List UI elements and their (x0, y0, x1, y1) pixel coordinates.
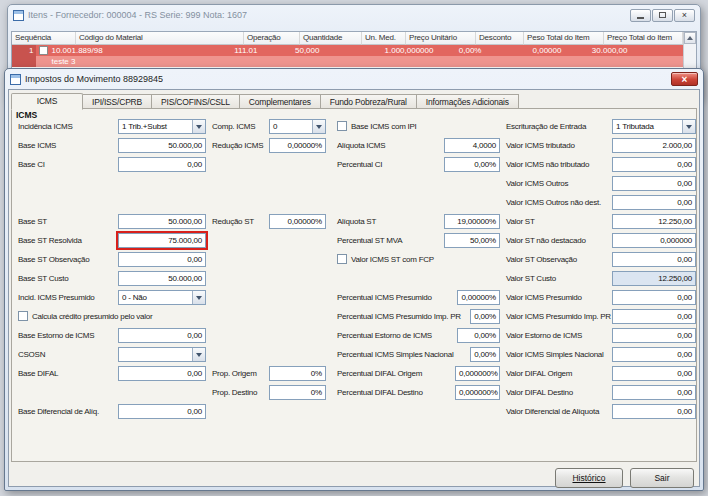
field-base-difal[interactable]: 0,00 (118, 366, 206, 381)
unit-cell (322, 45, 366, 67)
row-checkbox[interactable] (39, 46, 48, 55)
field-valor-icms-simples-nacional[interactable]: 0,00 (612, 347, 696, 362)
window-icon (13, 10, 24, 21)
dropdown-arrow-icon[interactable] (682, 120, 695, 133)
column-header-quantidade[interactable]: Quantidade (300, 32, 362, 45)
column-header-sequencia[interactable]: Sequência (12, 32, 76, 45)
checkbox-base-icms-com-ipi[interactable]: Base ICMS com IPI (337, 121, 417, 131)
field-valor-icms-tributado[interactable]: 2.000,00 (612, 138, 696, 153)
checkbox-box-icon[interactable] (18, 311, 28, 321)
select-incidencia-icms[interactable]: 1 Trib.+Subst (118, 119, 206, 134)
label-valor-st-custo: Valor ST Custo (506, 274, 556, 283)
select-incid-icms-presumido[interactable]: 0 - Não (118, 290, 206, 305)
checkbox-label: Calcula crédito presumido pelo valor (32, 312, 152, 321)
field-valor-diferencial-de-aliquota[interactable]: 0,00 (612, 404, 696, 419)
tax-dialog-titlebar[interactable]: Impostos do Movimento 88929845 × (8, 69, 700, 89)
label-valor-icms-presumido-imp-pr: Valor ICMS Presumido Imp. PR (506, 312, 611, 321)
field-base-st[interactable]: 50.000,00 (118, 214, 206, 229)
field-percentual-icms-presumido[interactable]: 0,00000% (457, 290, 500, 305)
tax-dialog: Impostos do Movimento 88929845 × ICMSIPI… (4, 68, 704, 491)
field-reducao-st[interactable]: 0,00000% (269, 214, 326, 229)
field-value: 0,00 (119, 255, 205, 264)
arrow-up-icon (687, 36, 693, 40)
field-valor-icms-outros-nao-dest[interactable]: 0,00 (612, 195, 696, 210)
field-value: 0,00 (613, 293, 695, 302)
select-comp-icms[interactable]: 0 (269, 119, 326, 134)
column-header-operacao[interactable]: Operação (244, 32, 300, 45)
minimize-button[interactable] (630, 9, 651, 22)
field-percentual-icms-simples-nacional[interactable]: 0,00% (470, 347, 500, 362)
field-valor-estorno-de-icms[interactable]: 0,00 (612, 328, 696, 343)
select-escrituracao-de-entrada[interactable]: 1 Tributada (612, 119, 696, 134)
tab-pis-cofins-csll[interactable]: PIS/COFINS/CSLL (152, 94, 240, 109)
dropdown-arrow-icon[interactable] (192, 120, 205, 133)
field-percentual-icms-presumido-imp-pr[interactable]: 0,00% (470, 309, 500, 324)
field-value: 0,00 (613, 160, 695, 169)
field-base-icms[interactable]: 50.000,00 (118, 138, 206, 153)
field-base-st-observacao[interactable]: 0,00 (118, 252, 206, 267)
field-reducao-icms[interactable]: 0,00000% (269, 138, 326, 153)
field-value: 0,00 (613, 331, 695, 340)
checkbox-box-icon[interactable] (337, 121, 347, 131)
checkbox-valor-icms-st-com-fcp[interactable]: Valor ICMS ST com FCP (337, 254, 434, 264)
checkbox-box-icon[interactable] (337, 254, 347, 264)
field-valor-st-observacao[interactable]: 0,00 (612, 252, 696, 267)
dropdown-arrow-icon[interactable] (312, 120, 325, 133)
tab-ipi-iss-cprb[interactable]: IPI/ISS/CPRB (83, 94, 152, 109)
tab-fundo-pobreza-rural[interactable]: Fundo Pobreza/Rural (321, 94, 417, 109)
field-value: 0,00 (613, 255, 695, 264)
select-csosn[interactable] (118, 347, 206, 362)
field-percentual-difal-origem[interactable]: 0,000000% (455, 366, 500, 381)
field-valor-difal-destino[interactable]: 0,00 (612, 385, 696, 400)
field-percentual-estorno-de-icms[interactable]: 0,00% (457, 328, 500, 343)
field-valor-st-custo[interactable]: 12.250,00 (612, 271, 696, 286)
field-base-diferencial-de-aliq[interactable]: 0,00 (118, 404, 206, 419)
field-valor-icms-outros[interactable]: 0,00 (612, 176, 696, 191)
checkbox-label: Base ICMS com IPI (351, 122, 417, 131)
tab-icms[interactable]: ICMS (11, 93, 83, 110)
field-value: 0,00% (471, 350, 499, 359)
column-header-un-med[interactable]: Un. Med. (362, 32, 406, 45)
field-base-st-resolvida[interactable]: 75.000,00 (118, 233, 206, 248)
close-icon: × (682, 74, 688, 85)
field-valor-icms-presumido-imp-pr[interactable]: 0,00 (612, 309, 696, 324)
field-valor-icms-presumido[interactable]: 0,00 (612, 290, 696, 305)
field-prop-destino[interactable]: 0% (269, 385, 326, 400)
items-window-titlebar[interactable]: Itens - Fornecedor: 000004 - RS Serie: 9… (11, 5, 697, 25)
column-header-codigo-do-material[interactable]: Código do Material (76, 32, 244, 45)
field-valor-st-nao-destacado[interactable]: 0,000000 (612, 233, 696, 248)
checkbox-calcula-credito-presumido-pelo-valor[interactable]: Calcula crédito presumido pelo valor (18, 311, 152, 321)
table-row[interactable]: 1 10.001.889/98 teste 3 111.01 50,000 1.… (12, 45, 696, 67)
field-base-st-custo[interactable]: 50.000,00 (118, 271, 206, 286)
historico-button[interactable]: Histórico (555, 468, 623, 488)
field-valor-icms-nao-tributado[interactable]: 0,00 (612, 157, 696, 172)
field-aliquota-st[interactable]: 19,00000% (444, 214, 500, 229)
field-base-estorno-de-icms[interactable]: 0,00 (118, 328, 206, 343)
sair-button[interactable]: Sair (630, 468, 694, 488)
column-header-preco-total-do-item[interactable]: Preço Total do Item (604, 32, 683, 45)
scroll-up-button[interactable] (684, 32, 696, 44)
tab-complementares[interactable]: Complementares (240, 94, 321, 109)
field-aliquota-icms[interactable]: 4,0000 (444, 138, 500, 153)
close-button[interactable]: × (674, 9, 695, 22)
close-button[interactable]: × (671, 72, 698, 86)
field-prop-origem[interactable]: 0% (269, 366, 326, 381)
maximize-button[interactable] (652, 9, 673, 22)
field-base-ci[interactable]: 0,00 (118, 157, 206, 172)
field-valor-st[interactable]: 12.250,00 (612, 214, 696, 229)
label-reducao-st: Redução ST (212, 217, 254, 226)
field-value: 0% (270, 388, 325, 397)
field-percentual-ci[interactable]: 0,00% (444, 157, 500, 172)
field-valor-difal-origem[interactable]: 0,00 (612, 366, 696, 381)
column-header-preco-unitario[interactable]: Preço Unitário (406, 32, 476, 45)
field-percentual-st-mva[interactable]: 50,00% (444, 233, 500, 248)
label-aliquota-st: Alíquota ST (337, 217, 376, 226)
field-percentual-difal-destino[interactable]: 0,000000% (455, 385, 500, 400)
dropdown-arrow-icon[interactable] (192, 291, 205, 304)
dropdown-arrow-icon[interactable] (192, 348, 205, 361)
discount-cell: 0,00% (436, 45, 484, 67)
tab-informacoes-adicionais[interactable]: Informações Adicionais (417, 94, 519, 109)
column-header-desconto[interactable]: Desconto (476, 32, 524, 45)
column-header-peso-total-do-item[interactable]: Peso Total do Item (524, 32, 604, 45)
label-valor-icms-presumido: Valor ICMS Presumido (506, 293, 582, 302)
